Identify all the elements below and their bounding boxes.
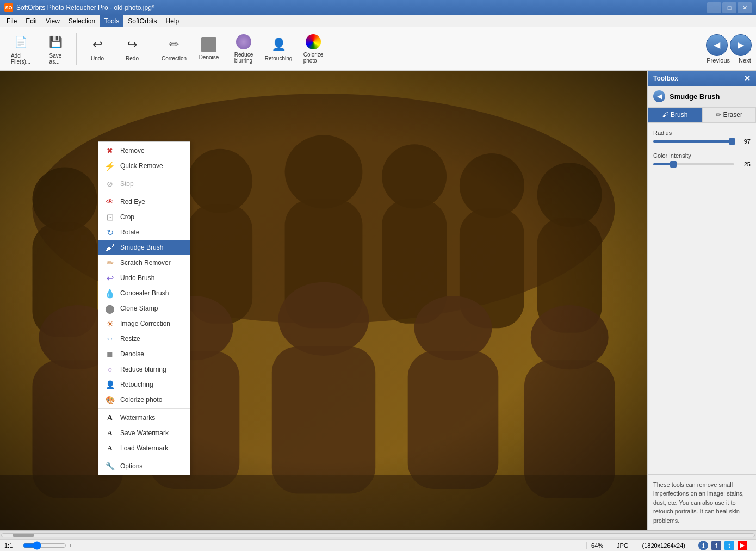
- menu-item-scratch-remover[interactable]: ✏ Scratch Remover: [98, 255, 190, 270]
- reduce-blurring-menu-icon: ○: [105, 364, 115, 374]
- menu-tools[interactable]: Tools: [100, 15, 123, 27]
- toolbar-denoise[interactable]: Denoise: [193, 30, 225, 68]
- scroll-thumb-h[interactable]: [13, 534, 34, 537]
- photo-svg: [0, 71, 647, 530]
- dropdown-sep-4: [98, 457, 190, 457]
- menu-help[interactable]: Help: [162, 15, 184, 27]
- load-watermark-icon: A: [105, 443, 115, 453]
- remove-label: Remove: [120, 147, 145, 154]
- options-icon: 🔧: [105, 461, 115, 471]
- menu-item-watermarks[interactable]: A Watermarks: [98, 410, 190, 425]
- next-label: Next: [739, 57, 751, 64]
- undo-brush-icon: ↩: [105, 273, 115, 283]
- color-intensity-control: Color intensity 25: [653, 152, 751, 168]
- menu-item-colorize-photo[interactable]: 🎨 Colorize photo: [98, 392, 190, 407]
- app-title: SoftOrbits Photo Retoucher Pro - old-pho…: [16, 4, 154, 11]
- menu-edit[interactable]: Edit: [21, 15, 41, 27]
- toolbar-save-as[interactable]: 💾 Saveas...: [39, 30, 72, 68]
- youtube-button[interactable]: ▶: [738, 541, 747, 550]
- menu-selection[interactable]: Selection: [64, 15, 100, 27]
- menu-item-quick-remove[interactable]: ⚡ Quick Remove: [98, 158, 190, 174]
- next-button[interactable]: ▶: [730, 34, 752, 56]
- menu-item-rotate[interactable]: ↻ Rotate: [98, 225, 190, 240]
- menu-item-reduce-blurring[interactable]: ○ Reduce blurring: [98, 362, 190, 377]
- tab-brush[interactable]: 🖌 Brush: [648, 107, 702, 122]
- undo-icon: ↩: [89, 36, 106, 53]
- menu-item-concealer-brush[interactable]: 💧 Concealer Brush: [98, 286, 190, 301]
- toolbar-reduce-blurring[interactable]: Reduceblurring: [227, 30, 260, 68]
- menu-item-retouching[interactable]: 👤 Retouching: [98, 377, 190, 392]
- info-button[interactable]: ℹ: [698, 541, 708, 550]
- image-area[interactable]: [0, 71, 647, 530]
- menu-item-options[interactable]: 🔧 Options: [98, 459, 190, 474]
- toolbar-retouching[interactable]: 👤 Retouching: [262, 30, 295, 68]
- horizontal-scrollbar[interactable]: [0, 530, 756, 539]
- radius-slider-track[interactable]: [653, 140, 734, 143]
- correction-icon: ✏: [165, 36, 183, 53]
- menu-item-undo-brush[interactable]: ↩ Undo Brush: [98, 270, 190, 286]
- colorize-photo-menu-icon: 🎨: [105, 395, 115, 405]
- color-intensity-slider-track[interactable]: [653, 163, 734, 165]
- toolbar-add-files[interactable]: 📄 AddFile(s)...: [4, 30, 37, 68]
- close-button[interactable]: ✕: [738, 2, 752, 13]
- load-watermark-label: Load Watermark: [120, 444, 168, 452]
- tab-eraser[interactable]: ✏ Eraser: [702, 107, 757, 122]
- options-label: Options: [120, 462, 142, 470]
- rotate-label: Rotate: [120, 228, 139, 236]
- toolbar-undo[interactable]: ↩ Undo: [81, 30, 114, 68]
- denoise-label: Denoise: [199, 54, 219, 60]
- scroll-track-h[interactable]: [1, 533, 755, 537]
- previous-button[interactable]: ◀: [706, 34, 728, 56]
- menu-item-crop[interactable]: ⊡ Crop: [98, 209, 190, 225]
- menu-item-remove[interactable]: ✖ Remove: [98, 143, 190, 158]
- add-files-icon: 📄: [12, 33, 29, 51]
- toolbar-redo[interactable]: ↪ Redo: [116, 30, 148, 68]
- denoise-menu-icon: ◼: [105, 349, 115, 359]
- minimize-button[interactable]: ─: [707, 2, 721, 13]
- radius-slider-thumb[interactable]: [729, 138, 735, 145]
- zoom-controls: − +: [17, 542, 72, 549]
- menu-item-red-eye[interactable]: 👁 Red Eye: [98, 194, 190, 209]
- concealer-brush-icon: 💧: [105, 288, 115, 298]
- color-intensity-value: 25: [738, 161, 751, 168]
- eraser-tab-label: Eraser: [723, 111, 742, 119]
- toolbar-correction[interactable]: ✏ Correction: [158, 30, 190, 68]
- menu-item-image-correction[interactable]: ☀ Image Correction: [98, 316, 190, 331]
- toolbar-colorize[interactable]: Colorizephoto: [297, 30, 330, 68]
- facebook-button[interactable]: f: [711, 541, 721, 550]
- eraser-icon: ✏: [716, 111, 721, 119]
- stop-label: Stop: [120, 180, 134, 188]
- dropdown-sep-2: [98, 193, 190, 193]
- watermarks-label: Watermarks: [120, 414, 155, 422]
- twitter-button[interactable]: t: [724, 541, 734, 550]
- zoom-plus-icon[interactable]: +: [69, 542, 72, 549]
- toolbox-back-button[interactable]: ◀: [653, 90, 665, 102]
- toolbox-controls: Radius 97 Color intensity 25: [648, 123, 756, 474]
- color-intensity-slider-thumb[interactable]: [670, 161, 677, 168]
- toolbox-close-button[interactable]: ✕: [744, 74, 751, 83]
- zoom-minus-icon[interactable]: −: [17, 542, 20, 549]
- svg-rect-29: [0, 71, 647, 530]
- brush-tab-label: Brush: [671, 111, 687, 119]
- menu-item-stop: ⊘ Stop: [98, 176, 190, 191]
- menu-item-smudge-brush[interactable]: 🖌 Smudge Brush: [98, 240, 190, 255]
- tools-dropdown: ✖ Remove ⚡ Quick Remove ⊘ Stop 👁 Red Eye…: [98, 141, 190, 475]
- nav-buttons: ◀ ▶ Previous Next: [706, 34, 752, 64]
- menu-item-save-watermark[interactable]: A Save Watermark: [98, 425, 190, 441]
- menu-softorbits[interactable]: SoftOrbits: [123, 15, 161, 27]
- image-format: JPG: [612, 542, 633, 549]
- toolbar-sep-1: [76, 33, 77, 65]
- menu-item-clone-stamp[interactable]: ⬤ Clone Stamp: [98, 301, 190, 316]
- zoom-percent: 64%: [586, 542, 608, 549]
- menu-item-denoise[interactable]: ◼ Denoise: [98, 346, 190, 362]
- menu-view[interactable]: View: [41, 15, 64, 27]
- nav-btns-row: ◀ ▶: [706, 34, 752, 56]
- menu-item-load-watermark[interactable]: A Load Watermark: [98, 441, 190, 456]
- toolbar: 📄 AddFile(s)... 💾 Saveas... ↩ Undo ↪ Red…: [0, 27, 756, 71]
- zoom-slider[interactable]: [23, 543, 66, 548]
- menu-file[interactable]: File: [2, 15, 21, 27]
- toolbox-tool-header: ◀ Smudge Brush: [648, 86, 756, 107]
- maximize-button[interactable]: □: [722, 2, 736, 13]
- menu-item-resize[interactable]: ↔ Resize: [98, 331, 190, 346]
- rotate-icon: ↻: [105, 227, 115, 237]
